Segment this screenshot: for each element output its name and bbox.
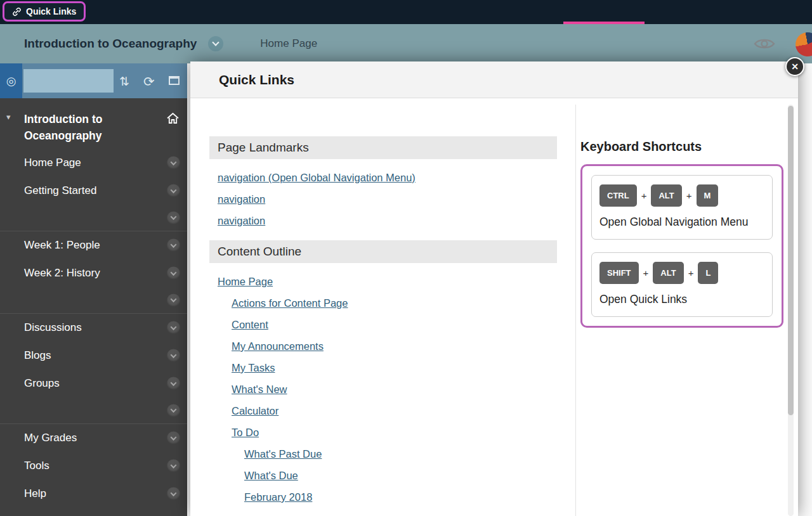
- sidebar-item-blogs[interactable]: Blogs: [0, 342, 187, 370]
- sidebar-item-help[interactable]: Help: [0, 480, 187, 508]
- link-list: Home PageActions for Content PageContent…: [209, 263, 557, 509]
- close-icon: ✕: [791, 61, 799, 72]
- quick-link[interactable]: Content: [232, 314, 268, 335]
- key-cap: ALT: [651, 184, 681, 207]
- plus-separator: +: [643, 268, 649, 278]
- collapse-chevron-icon[interactable]: [167, 349, 180, 363]
- modal-header: Quick Links: [190, 61, 798, 98]
- quick-link[interactable]: navigation (Open Global Navigation Menu): [218, 167, 416, 188]
- quick-link[interactable]: My Tasks: [232, 357, 275, 378]
- course-menu: Home PageGetting StartedWeek 1: PeopleWe…: [0, 149, 187, 508]
- quick-link[interactable]: navigation: [218, 210, 265, 231]
- section-header: Page Landmarks: [209, 136, 557, 159]
- reorder-icon[interactable]: ⇅: [119, 75, 129, 87]
- key-cap: SHIFT: [599, 262, 639, 284]
- caret-down-icon: ▾: [6, 112, 11, 122]
- collapse-chevron-icon[interactable]: [167, 157, 180, 170]
- sidebar-item-week-2-history[interactable]: Week 2: History: [0, 259, 187, 287]
- course-menu-chevron-button[interactable]: [208, 36, 223, 51]
- quick-link[interactable]: What's New: [232, 378, 287, 400]
- collapse-chevron-icon[interactable]: [167, 432, 180, 445]
- sidebar-item-label: Tools: [24, 460, 49, 472]
- column-divider: [575, 105, 576, 516]
- shortcuts-box: CTRL+ALT+MOpen Global Navigation MenuSHI…: [580, 164, 783, 328]
- open-in-new-window-icon[interactable]: [169, 76, 180, 85]
- scrollbar-thumb[interactable]: [788, 106, 794, 415]
- sidebar-item-label: Discussions: [24, 321, 82, 334]
- collapse-chevron-icon[interactable]: [167, 404, 180, 417]
- collapse-chevron-icon[interactable]: [167, 487, 180, 501]
- menu-divider: [0, 287, 187, 314]
- key-cap: M: [697, 184, 719, 207]
- menu-view-selector[interactable]: [23, 69, 114, 93]
- collapse-chevron-icon[interactable]: [167, 211, 180, 224]
- section-header: Content Outline: [209, 240, 557, 263]
- collapse-chevron-icon[interactable]: [167, 460, 180, 473]
- plus-separator: +: [688, 268, 694, 278]
- institution-logo-icon: [796, 32, 812, 56]
- refresh-icon[interactable]: ⟳: [143, 74, 155, 87]
- modal-sections: Page Landmarksnavigation (Open Global Na…: [209, 98, 557, 509]
- keys-row: CTRL+ALT+M: [599, 184, 764, 207]
- quick-link[interactable]: navigation: [218, 188, 265, 210]
- quick-link[interactable]: Home Page: [218, 271, 273, 292]
- close-button[interactable]: ✕: [785, 57, 804, 76]
- breadcrumb[interactable]: Home Page: [260, 37, 317, 50]
- quick-link[interactable]: To Do: [232, 422, 259, 443]
- quick-link[interactable]: My Announcements: [232, 335, 324, 357]
- collapse-chevron-icon[interactable]: [167, 267, 180, 280]
- link-list: navigation (Open Global Navigation Menu)…: [209, 159, 557, 233]
- collapse-chevron-icon[interactable]: [167, 184, 180, 198]
- sidebar-item-my-grades[interactable]: My Grades: [0, 424, 187, 452]
- collapse-chevron-icon[interactable]: [167, 239, 180, 252]
- sidebar-item-tools[interactable]: Tools: [0, 452, 187, 480]
- quick-link[interactable]: Calculator: [232, 400, 278, 422]
- quick-links-label: Quick Links: [26, 6, 76, 16]
- sidebar-course-title-row[interactable]: ▾ Introduction to Oceanography: [0, 98, 187, 149]
- shortcut-item: SHIFT+ALT+LOpen Quick Links: [591, 252, 773, 317]
- shortcuts-title: Keyboard Shortcuts: [580, 138, 783, 155]
- collapse-chevron-icon[interactable]: [167, 293, 180, 307]
- sidebar-item-label: Week 1: People: [24, 239, 100, 252]
- course-title: Introduction to Oceanography: [24, 37, 197, 51]
- plus-separator: +: [686, 190, 692, 201]
- sidebar-item-label: Home Page: [24, 157, 81, 169]
- menu-divider: [0, 397, 187, 424]
- shortcut-description: Open Quick Links: [599, 292, 764, 307]
- key-cap: ALT: [653, 262, 683, 284]
- target-icon: ◎: [6, 74, 16, 88]
- sidebar-item-discussions[interactable]: Discussions: [0, 314, 187, 342]
- quick-link[interactable]: February 2018: [244, 486, 312, 508]
- key-cap: CTRL: [599, 184, 637, 207]
- sidebar-item-label: Help: [24, 487, 46, 500]
- sidebar-item-getting-started[interactable]: Getting Started: [0, 177, 187, 205]
- collapse-chevron-icon[interactable]: [167, 321, 180, 335]
- sidebar-item-label: Week 2: History: [24, 267, 100, 280]
- quick-links-button[interactable]: Quick Links: [3, 1, 86, 22]
- quick-links-modal: ✕ Quick Links Page Landmarksnavigation (…: [190, 61, 798, 516]
- quick-link[interactable]: Actions for Content Page: [232, 292, 348, 314]
- quick-link[interactable]: What's Due: [244, 465, 298, 486]
- menu-toggle-strip[interactable]: ◎: [0, 63, 22, 98]
- sidebar-item-label: My Grades: [24, 432, 77, 444]
- collapse-chevron-icon[interactable]: [167, 377, 180, 390]
- sidebar-item-label: Groups: [24, 377, 60, 390]
- sidebar-item-label: Blogs: [24, 349, 51, 362]
- course-header: Introduction to Oceanography Home Page: [0, 24, 812, 63]
- sidebar-item-label: Getting Started: [24, 184, 96, 197]
- screen: Quick Links Introduction to Oceanography…: [0, 0, 812, 516]
- quick-link[interactable]: What's Past Due: [244, 443, 322, 465]
- sidebar-item-week-1-people[interactable]: Week 1: People: [0, 231, 187, 259]
- sidebar-item-groups[interactable]: Groups: [0, 370, 187, 397]
- keyboard-shortcuts-panel: Keyboard Shortcuts CTRL+ALT+MOpen Global…: [580, 138, 783, 328]
- course-menu-sidebar: ◎ ⇅ ⟳ ▾ Introduction to Oceanography Hom…: [0, 63, 187, 516]
- shortcut-description: Open Global Navigation Menu: [599, 214, 764, 230]
- course-menu-toolbar: ◎ ⇅ ⟳: [0, 63, 187, 98]
- modal-scrollbar[interactable]: [788, 105, 794, 516]
- home-icon: [166, 112, 180, 127]
- shortcut-item: CTRL+ALT+MOpen Global Navigation Menu: [591, 175, 773, 240]
- sidebar-item-home-page[interactable]: Home Page: [0, 149, 187, 177]
- student-preview-eye-icon[interactable]: [754, 37, 775, 53]
- plus-separator: +: [641, 190, 647, 201]
- chevron-down-icon: [213, 39, 219, 46]
